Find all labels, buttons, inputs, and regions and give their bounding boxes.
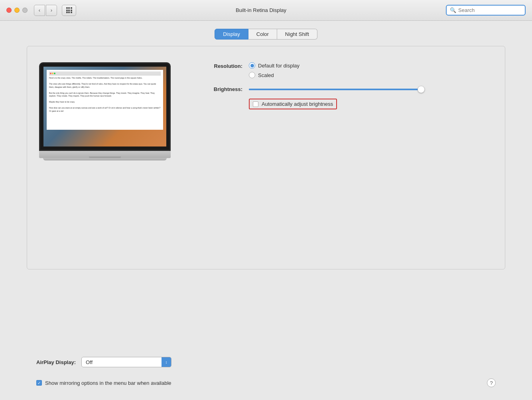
bottom-section: AirPlay Display: Off ↕ ✓ Show mirroring … — [27, 350, 505, 392]
tab-color[interactable]: Color — [248, 29, 277, 40]
brightness-row: Brightness: — [195, 86, 493, 92]
resolution-controls: Default for display Scaled — [249, 62, 299, 78]
search-input[interactable] — [458, 7, 522, 13]
mirror-option[interactable]: ✓ Show mirroring options in the menu bar… — [36, 380, 171, 386]
airplay-row: AirPlay Display: Off ↕ — [27, 350, 505, 374]
laptop-illustration: Here's to the crazy ones. The misfits. T… — [39, 62, 171, 160]
mirror-checkbox[interactable]: ✓ — [36, 380, 42, 386]
maximize-button[interactable] — [22, 8, 28, 13]
mirror-label: Show mirroring options in the menu bar w… — [45, 380, 171, 386]
main-content: Display Color Night Shift — [0, 21, 532, 400]
settings-panel: Here's to the crazy ones. The misfits. T… — [27, 46, 505, 269]
close-button[interactable] — [6, 8, 12, 13]
auto-brightness-row: Automatically adjust brightness — [249, 99, 493, 109]
slider-track — [249, 89, 424, 90]
window-title: Built-in Retina Display — [79, 7, 443, 13]
minimize-button[interactable] — [14, 8, 20, 13]
laptop-foot — [43, 158, 167, 160]
radio-default-btn[interactable] — [249, 62, 255, 69]
tabs-bar: Display Color Night Shift — [215, 29, 317, 40]
help-button[interactable]: ? — [487, 378, 496, 387]
screen-body-text: Here's to the crazy ones. The misfits. T… — [49, 77, 161, 113]
radio-scaled[interactable]: Scaled — [249, 72, 299, 78]
laptop-screen-outer: Here's to the crazy ones. The misfits. T… — [39, 62, 171, 151]
forward-button[interactable]: › — [46, 5, 57, 16]
slider-thumb[interactable] — [418, 86, 425, 93]
scaled-label: Scaled — [258, 72, 274, 78]
slider-fill — [249, 89, 407, 90]
tab-display[interactable]: Display — [215, 29, 248, 40]
airplay-label: AirPlay Display: — [36, 359, 76, 365]
settings-section: Resolution: Default for display Scaled B… — [195, 58, 493, 113]
laptop-screen-inner: Here's to the crazy ones. The misfits. T… — [43, 67, 166, 147]
grid-button[interactable] — [62, 5, 76, 16]
auto-brightness-checkbox[interactable] — [253, 101, 258, 107]
auto-brightness-label: Automatically adjust brightness — [262, 101, 333, 107]
mirror-row: ✓ Show mirroring options in the menu bar… — [27, 374, 505, 392]
airplay-value: Off — [82, 359, 162, 365]
resolution-label: Resolution: — [195, 62, 242, 69]
grid-icon — [66, 7, 72, 13]
laptop: Here's to the crazy ones. The misfits. T… — [39, 62, 171, 160]
airplay-select[interactable]: Off ↕ — [81, 357, 171, 367]
resolution-row: Resolution: Default for display Scaled — [195, 62, 493, 78]
screen-text: Here's to the crazy ones. The misfits. T… — [47, 70, 163, 130]
tab-night-shift[interactable]: Night Shift — [277, 29, 317, 40]
screen-content: Here's to the crazy ones. The misfits. T… — [43, 67, 166, 147]
brightness-slider[interactable] — [249, 89, 424, 90]
auto-brightness-highlight: Automatically adjust brightness — [249, 99, 337, 109]
laptop-base — [39, 151, 171, 158]
radio-default-display[interactable]: Default for display — [249, 62, 299, 69]
search-box[interactable]: 🔍 — [446, 5, 526, 16]
traffic-lights — [6, 8, 28, 13]
radio-scaled-btn[interactable] — [249, 72, 255, 78]
default-display-label: Default for display — [258, 63, 299, 69]
back-button[interactable]: ‹ — [34, 5, 45, 16]
search-icon: 🔍 — [450, 7, 456, 13]
nav-buttons: ‹ › — [34, 5, 57, 16]
titlebar: ‹ › Built-in Retina Display 🔍 — [0, 0, 532, 21]
select-arrow-icon[interactable]: ↕ — [162, 357, 171, 367]
brightness-label: Brightness: — [195, 86, 242, 92]
